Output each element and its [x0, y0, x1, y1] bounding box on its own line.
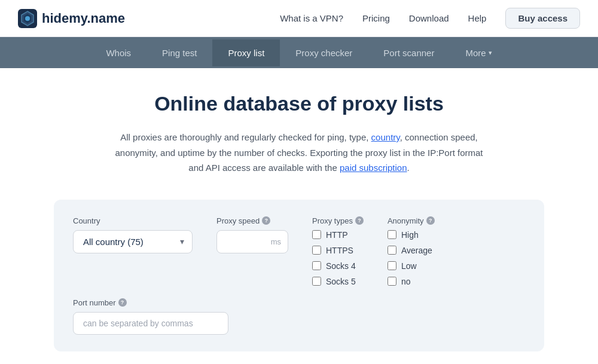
proxy-type-socks4[interactable]: Socks 4 — [312, 261, 364, 271]
low-checkbox[interactable] — [388, 261, 396, 270]
anon-low[interactable]: Low — [388, 261, 435, 271]
speed-input[interactable] — [216, 230, 288, 253]
proxy-type-socks5[interactable]: Socks 5 — [312, 277, 364, 286]
nav-what-is-vpn[interactable]: What is a VPN? — [280, 13, 343, 23]
high-checkbox[interactable] — [388, 230, 396, 239]
page-description: All proxies are thoroughly and regularly… — [108, 130, 490, 176]
port-help-icon[interactable]: ? — [118, 298, 127, 307]
speed-input-wrapper: ms — [216, 230, 288, 253]
country-group: Country All country (75) ▾ — [73, 216, 193, 253]
https-checkbox[interactable] — [312, 246, 321, 255]
anonymity-help-icon[interactable]: ? — [426, 216, 435, 225]
proxy-types-list: HTTP HTTPS Socks 4 Socks 5 — [312, 230, 364, 286]
anon-average[interactable]: Average — [388, 246, 435, 255]
country-label: Country — [73, 216, 193, 225]
average-checkbox[interactable] — [388, 246, 396, 255]
proxy-type-https[interactable]: HTTPS — [312, 246, 364, 255]
nav-proxy-checker[interactable]: Proxy checker — [280, 39, 368, 66]
chevron-down-icon: ▾ — [489, 49, 492, 57]
anonymity-group: Anonymity ? High Average Low — [388, 216, 435, 286]
nav-proxy-list[interactable]: Proxy list — [212, 39, 280, 66]
top-nav-links: What is a VPN? Pricing Download Help Buy… — [280, 8, 580, 29]
socks5-checkbox[interactable] — [312, 277, 321, 286]
port-label: Port number ? — [73, 298, 228, 307]
http-checkbox[interactable] — [312, 230, 321, 239]
no-checkbox[interactable] — [388, 277, 396, 286]
proxy-types-help-icon[interactable]: ? — [355, 216, 364, 225]
top-nav: hidemy.name What is a VPN? Pricing Downl… — [0, 0, 598, 37]
socks4-checkbox[interactable] — [312, 261, 321, 270]
proxy-type-http[interactable]: HTTP — [312, 230, 364, 240]
port-group: Port number ? — [73, 298, 228, 335]
country-link[interactable]: country — [371, 132, 400, 142]
speed-help-icon[interactable]: ? — [262, 216, 270, 225]
svg-point-1 — [25, 16, 30, 21]
country-select[interactable]: All country (75) — [73, 230, 193, 253]
logo[interactable]: hidemy.name — [18, 9, 125, 28]
country-select-wrapper: All country (75) ▾ — [73, 230, 193, 253]
port-input[interactable] — [73, 312, 228, 335]
logo-icon — [18, 9, 37, 28]
proxy-types-group: Proxy types ? HTTP HTTPS Socks 4 — [312, 216, 364, 286]
speed-label: Proxy speed ? — [216, 216, 288, 225]
nav-more-label: More — [465, 48, 486, 58]
anon-high[interactable]: High — [388, 230, 435, 240]
filter-row-top: Country All country (75) ▾ Proxy speed ? — [73, 216, 525, 286]
filter-row-bottom: Port number ? — [73, 298, 525, 335]
nav-pricing[interactable]: Pricing — [362, 13, 390, 23]
filter-card: Country All country (75) ▾ Proxy speed ? — [54, 200, 544, 351]
nav-whois[interactable]: Whois — [90, 39, 147, 66]
nav-download[interactable]: Download — [409, 13, 449, 23]
secondary-nav: Whois Ping test Proxy list Proxy checker… — [0, 37, 598, 68]
anonymity-list: High Average Low no — [388, 230, 435, 286]
anonymity-label: Anonymity ? — [388, 216, 435, 225]
main-content: Online database of proxy lists All proxi… — [42, 68, 556, 363]
paid-subscription-link[interactable]: paid subscription — [340, 163, 407, 173]
nav-ping-test[interactable]: Ping test — [147, 39, 212, 66]
proxy-types-label: Proxy types ? — [312, 216, 364, 225]
nav-port-scanner[interactable]: Port scanner — [368, 39, 450, 66]
nav-help[interactable]: Help — [468, 13, 487, 23]
buy-access-button[interactable]: Buy access — [505, 8, 580, 29]
page-title: Online database of proxy lists — [54, 92, 544, 115]
speed-group: Proxy speed ? ms — [216, 216, 288, 253]
logo-text: hidemy.name — [42, 11, 125, 26]
nav-more[interactable]: More ▾ — [450, 39, 507, 66]
anon-no[interactable]: no — [388, 277, 435, 286]
